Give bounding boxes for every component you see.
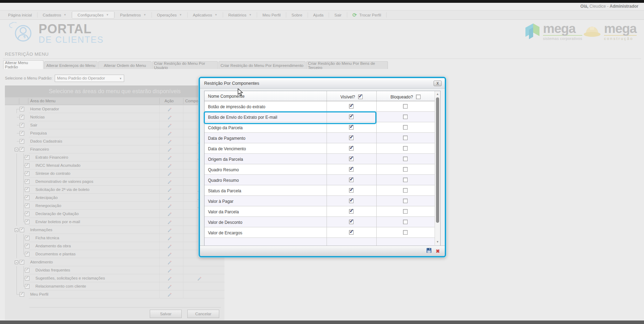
tree-checkbox[interactable] — [25, 179, 29, 184]
bloqueado-checkbox[interactable] — [403, 199, 408, 203]
edit-action-pencil-icon[interactable] — [168, 179, 172, 184]
tree-checkbox[interactable] — [25, 187, 29, 192]
scroll-up-icon[interactable]: ▲ — [435, 92, 440, 97]
tree-checkbox[interactable] — [25, 268, 29, 273]
component-row-valor-da-parcela[interactable]: Valor da Parcela — [204, 206, 440, 217]
bloqueado-checkbox[interactable] — [403, 115, 408, 119]
tab-alterar-enderecos-do-menu[interactable]: Alterar Endereços do Menu — [44, 61, 98, 69]
menu-padrao-select[interactable]: Menu Padrão do Operador ▼ — [55, 75, 124, 82]
component-row-data-de-pagamento[interactable]: Data de Pagamento — [204, 133, 440, 143]
menu-item-relatorios[interactable]: Relatórios▼ — [223, 11, 257, 19]
edit-action-pencil-icon[interactable] — [168, 276, 172, 281]
edit-action-pencil-icon[interactable] — [168, 292, 172, 297]
edit-action-pencil-icon[interactable] — [168, 187, 172, 192]
bloqueado-checkbox[interactable] — [403, 157, 408, 161]
tree-checkbox[interactable] — [20, 260, 24, 264]
visivel-checkbox[interactable] — [349, 188, 354, 193]
visivel-checkbox[interactable] — [349, 230, 354, 235]
edit-action-pencil-icon[interactable] — [168, 139, 172, 144]
bloqueado-checkbox[interactable] — [403, 167, 408, 172]
menu-item-operacoes[interactable]: Operações▼ — [152, 11, 187, 19]
tree-checkbox[interactable] — [25, 236, 29, 240]
menu-item-parametros[interactable]: Parâmetros▼ — [115, 11, 151, 19]
bloqueado-checkbox[interactable] — [403, 146, 408, 151]
visivel-checkbox[interactable] — [349, 104, 354, 109]
menu-item-ajuda[interactable]: Ajuda — [308, 11, 329, 19]
edit-action-pencil-icon[interactable] — [168, 236, 172, 240]
component-row-valor-a-pagar[interactable]: Valor à Pagar — [204, 196, 440, 206]
edit-action-pencil-icon[interactable] — [168, 244, 172, 248]
menu-item-cadastros[interactable]: Cadastros▼ — [38, 11, 72, 19]
tab-alterar-menu-padrao[interactable]: Alterar Menu Padrão — [3, 60, 43, 69]
scrollbar-thumb[interactable] — [436, 97, 439, 223]
tree-checkbox[interactable] — [25, 276, 29, 281]
component-row-status-da-parcela[interactable]: Status da Parcela — [204, 185, 440, 196]
component-row-botao-de-impressao-do-extrato[interactable]: Botão de impressão do extrato — [204, 101, 440, 112]
edit-action-pencil-icon[interactable] — [168, 123, 172, 127]
bloqueado-checkbox[interactable] — [403, 188, 408, 193]
tab-criar-restricao-do-menu-por-usuario[interactable]: Criar Restrição do Menu Por Usuário — [152, 61, 218, 69]
tree-checkbox[interactable] — [20, 139, 24, 144]
tree-checkbox[interactable] — [20, 123, 24, 127]
edit-action-pencil-icon[interactable] — [168, 147, 172, 152]
tree-checkbox[interactable] — [25, 220, 29, 224]
component-row-codigo-da-parcela[interactable]: Código da Parcela — [204, 122, 440, 133]
tab-criar-restricao-do-menu-por-bens-de-terceiro[interactable]: Criar Restrição do Menu Por Bens de Terc… — [306, 61, 388, 69]
edit-action-pencil-icon[interactable] — [168, 212, 172, 216]
visivel-checkbox[interactable] — [349, 136, 354, 140]
close-icon[interactable]: X — [434, 81, 442, 86]
cancel-x-icon[interactable]: ✖ — [436, 249, 440, 254]
component-row-origem-da-parcela[interactable]: Origem da Parcela — [204, 154, 440, 164]
menu-item-sobre[interactable]: Sobre — [286, 11, 308, 19]
edit-action-pencil-icon[interactable] — [168, 228, 172, 232]
edit-action-pencil-icon[interactable] — [168, 260, 172, 264]
collapse-toggle-icon[interactable] — [15, 261, 18, 264]
tree-checkbox[interactable] — [25, 163, 29, 168]
edit-action-pencil-icon[interactable] — [168, 163, 172, 168]
bloqueado-header-checkbox[interactable] — [416, 95, 421, 99]
menu-item-sair[interactable]: Sair — [329, 11, 347, 19]
tree-checkbox[interactable] — [25, 155, 29, 160]
visivel-checkbox[interactable] — [349, 199, 354, 203]
visivel-checkbox[interactable] — [349, 178, 354, 182]
menu-item-meu-perfil[interactable]: Meu Perfil — [257, 11, 286, 19]
cancelar-button[interactable]: Cancelar — [187, 310, 219, 318]
visivel-checkbox[interactable] — [349, 157, 354, 161]
bloqueado-checkbox[interactable] — [403, 125, 408, 130]
component-row-quadro-resumo[interactable]: Quadro Resumo — [204, 175, 440, 185]
menu-item-aplicativos[interactable]: Aplicativos▼ — [188, 11, 223, 19]
tree-checkbox[interactable] — [20, 228, 24, 232]
component-row-data-de-vencimento[interactable]: Data de Vencimento — [204, 143, 440, 154]
bloqueado-checkbox[interactable] — [403, 178, 408, 182]
tree-checkbox[interactable] — [20, 131, 24, 136]
menu-item-trocar-perfil[interactable]: ⟳Trocar Perfil — [347, 11, 387, 19]
tree-checkbox[interactable] — [25, 171, 29, 176]
visivel-checkbox[interactable] — [349, 146, 354, 151]
visivel-checkbox[interactable] — [349, 220, 354, 224]
tree-checkbox[interactable] — [20, 147, 24, 152]
tree-checkbox[interactable] — [25, 252, 29, 256]
collapse-toggle-icon[interactable] — [15, 228, 18, 232]
tab-alterar-ordem-do-menu[interactable]: Alterar Ordem do Menu — [98, 61, 152, 69]
tree-checkbox[interactable] — [25, 195, 29, 200]
save-icon[interactable] — [426, 248, 432, 255]
menu-item-pagina-inicial[interactable]: Página inicial — [3, 11, 37, 19]
edit-components-pencil-icon[interactable] — [197, 276, 202, 281]
tree-checkbox[interactable] — [25, 284, 29, 289]
component-row-botao-de-envio-do-extrato-por-e-mail[interactable]: Botão de Envio do Extrato por E-mail — [204, 112, 440, 122]
tab-criar-restricao-do-menu-por-empreendimento[interactable]: Criar Restrição do Menu Por Empreendimen… — [219, 61, 306, 69]
dialog-title-bar[interactable]: Restrição Por Componentes X — [200, 78, 445, 89]
edit-action-pencil-icon[interactable] — [168, 131, 172, 136]
tree-checkbox[interactable] — [25, 212, 29, 216]
visivel-checkbox[interactable] — [349, 115, 354, 119]
edit-action-pencil-icon[interactable] — [168, 155, 172, 160]
edit-action-pencil-icon[interactable] — [168, 107, 172, 111]
bloqueado-checkbox[interactable] — [403, 136, 408, 140]
bloqueado-checkbox[interactable] — [403, 230, 408, 235]
salvar-button[interactable]: Salvar — [150, 310, 182, 318]
edit-action-pencil-icon[interactable] — [168, 284, 172, 289]
vertical-scrollbar[interactable]: ▲ ▼ — [435, 91, 440, 245]
component-row-quadro-resumo[interactable]: Quadro Resumo — [204, 164, 440, 175]
visivel-checkbox[interactable] — [349, 209, 354, 214]
menu-item-configuracoes[interactable]: Configurações▼ — [72, 11, 114, 19]
